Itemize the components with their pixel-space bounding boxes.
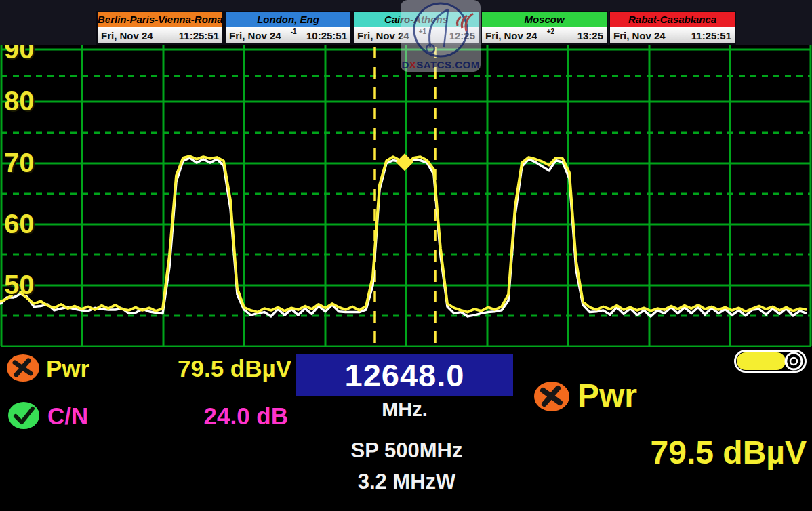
pwr-label: Pwr bbox=[46, 355, 89, 382]
readout-panel: Pwr 79.5 dBµV C/N 24.0 dB 12648.0 MHz. S… bbox=[0, 347, 812, 511]
clock-column-5: Rabat-CasablancaFri, Nov 2411:25:51 bbox=[609, 11, 736, 45]
trace-toggle-switch[interactable] bbox=[734, 350, 807, 373]
frequency-display[interactable]: 12648.0 bbox=[296, 354, 513, 396]
big-pwr-label: Pwr bbox=[577, 377, 637, 414]
clock-date: Fri, Nov 24 bbox=[613, 30, 666, 41]
y-tick-label: 80 bbox=[4, 87, 35, 115]
trace-layer bbox=[0, 156, 807, 316]
watermark-text: DXSATCS.COM bbox=[401, 59, 481, 70]
y-tick-label: 70 bbox=[4, 149, 35, 176]
frequency-value: 12648.0 bbox=[345, 356, 465, 394]
clock-column-1: Berlin-Paris-Vienna-RomaFri, Nov 2411:25… bbox=[96, 11, 224, 45]
clock-time: 10:25:51 bbox=[306, 30, 347, 41]
clock-date: Fri, Nov 24 bbox=[101, 30, 153, 41]
big-pwr-value: 79.5 dBµV bbox=[522, 434, 807, 471]
clock-date: Fri, Nov 24 bbox=[485, 30, 537, 41]
pwr-value: 79.5 dBµV bbox=[129, 355, 291, 382]
cn-value: 24.0 dB bbox=[129, 403, 288, 430]
marker-diamond-icon bbox=[396, 153, 413, 171]
clock-time-row: Fri, Nov 2411:25:51 bbox=[610, 27, 735, 43]
clock-city-name: Moscow bbox=[482, 12, 607, 27]
clock-time-row: Fri, Nov 2411:25:51 bbox=[98, 27, 222, 43]
cn-check-icon bbox=[7, 401, 40, 430]
spectrum-analyzer-screen: 9080706050 Berlin-Paris-Vienna-RomaFri, … bbox=[0, 0, 812, 511]
y-tick-label: 60 bbox=[4, 210, 35, 237]
pwr-cross-icon bbox=[6, 354, 40, 382]
satellite-dish-icon bbox=[401, 0, 481, 58]
clock-city-name: Berlin-Paris-Vienna-Roma bbox=[98, 12, 222, 27]
clock-city-name: Rabat-Casablanca bbox=[610, 12, 735, 27]
clock-column-4: MoscowFri, Nov 24+213:25 bbox=[481, 11, 608, 45]
clock-utc-offset: -1 bbox=[291, 27, 297, 37]
clock-time: 13:25 bbox=[577, 30, 603, 41]
frequency-unit: MHz. bbox=[296, 398, 513, 421]
clock-column-2: London, EngFri, Nov 24-110:25:51 bbox=[224, 11, 352, 45]
clock-city-name: London, Eng bbox=[226, 12, 350, 27]
clock-time-row: Fri, Nov 24+213:25 bbox=[482, 27, 607, 43]
big-pwr-cross-icon bbox=[533, 381, 570, 412]
cn-label: C/N bbox=[47, 403, 88, 430]
bandwidth-setting: 3.2 MHzW bbox=[271, 470, 542, 494]
span-setting: SP 500MHz bbox=[271, 438, 542, 463]
dxsatcs-watermark: DXSATCS.COM bbox=[401, 0, 481, 72]
clock-time: 11:25:51 bbox=[179, 30, 219, 41]
clock-time: 11:25:51 bbox=[691, 30, 731, 41]
y-tick-label: 50 bbox=[4, 271, 35, 298]
clock-time-row: Fri, Nov 24-110:25:51 bbox=[226, 27, 350, 43]
clock-date: Fri, Nov 24 bbox=[229, 30, 281, 41]
grid-lines bbox=[1, 45, 811, 346]
clock-utc-offset: +2 bbox=[547, 27, 554, 37]
